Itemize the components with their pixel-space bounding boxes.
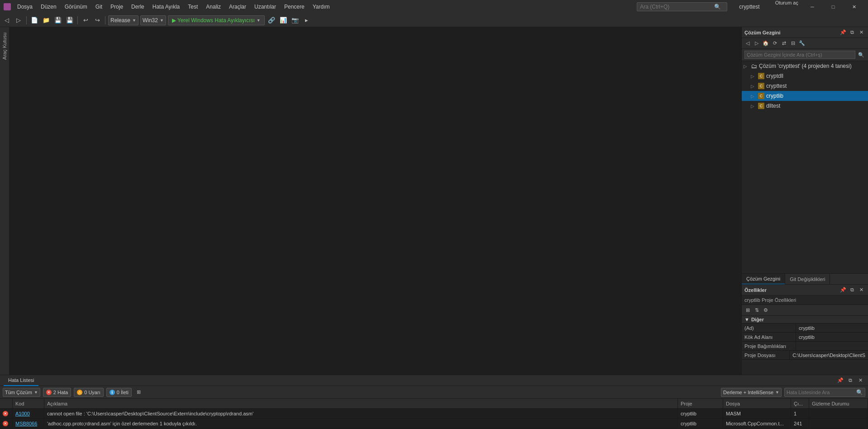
title-search-input[interactable] [640,4,712,10]
open-file-button[interactable]: 📁 [41,15,51,25]
col-header-proj[interactable]: Proje [678,399,723,408]
build-dropdown[interactable]: Derleme + IntelliSense ▼ [721,388,782,397]
project-dlltest[interactable]: ▷ C dlltest [742,101,868,111]
menu-yardim[interactable]: Yardım [309,2,334,12]
back-button[interactable]: ◁ [2,15,12,25]
prop-close-btn[interactable]: ✕ [857,286,865,294]
new-file-button[interactable]: 📄 [29,15,39,25]
info-count-badge[interactable]: ℹ 0 İleti [106,388,132,397]
se-tab-git[interactable]: Git Değişiklikleri [785,274,830,285]
prop-header-icons: 📌 ⧉ ✕ [839,286,865,294]
platform-dropdown[interactable]: Win32 ▼ [140,15,166,25]
error-row-0-code: A1000 [13,409,44,418]
se-tab-explorer[interactable]: Çözüm Gezgini [742,274,785,285]
warning-count-badge[interactable]: ⚠ 0 Uyarı [74,388,103,397]
menu-git[interactable]: Git [92,2,106,12]
menu-dosya[interactable]: Dosya [14,2,36,12]
save-all-button[interactable]: 💾 [65,15,75,25]
prop-value-file: C:\Users\casper\Desktop\ClientS [790,351,868,359]
extra-btn1[interactable]: 📷 [290,15,300,25]
prop-row-namespace: Kök Ad Alanı cryptlib [742,333,868,342]
toolbox-strip: Araç Kutusu [0,27,9,375]
run-button[interactable]: ▶ Yerel Windows Hata Ayıklayıcısı ▼ [168,15,265,25]
menu-gorunum[interactable]: Görünüm [61,2,91,12]
user-label[interactable]: Oturum aç [772,0,802,14]
col-header-desc[interactable]: Açıklama [44,399,678,408]
se-refresh-btn[interactable]: ⟳ [771,39,779,48]
dlltest-icon: C [758,103,764,109]
cryptlib-icon: C [758,93,764,99]
error-list-pin-btn[interactable]: 📌 [836,377,844,385]
error-row-1-code-link[interactable]: MSB8066 [15,421,37,426]
error-filter-btn[interactable]: ⊞ [134,388,143,396]
se-back-btn[interactable]: ◁ [744,39,752,48]
error-toolbar: Tüm Çözüm ▼ ✕ 2 Hata ⚠ 0 Uyarı ℹ 0 İleti… [0,386,868,399]
properties-title: Özellikler [744,287,767,293]
perf-button[interactable]: 📊 [278,15,288,25]
se-filter-btn[interactable]: 🔧 [798,39,806,48]
project-cryptlib[interactable]: ▷ C cryptlib [742,91,868,101]
error-row-1-desc: 'adhoc.cpp.proto;rdrand.asm' için özel d… [44,419,678,428]
se-close-button[interactable]: ✕ [857,29,865,37]
prop-config-btn[interactable]: ⚙ [762,306,770,315]
se-pin-button[interactable]: 📌 [839,29,847,37]
col-header-line[interactable]: Çı... [791,399,809,408]
editor-area[interactable] [9,27,741,375]
menu-araclar[interactable]: Araçlar [225,2,250,12]
se-collapse-btn[interactable]: ⊟ [789,39,797,48]
error-search-input[interactable] [787,390,854,395]
attach-button[interactable]: 🔗 [267,15,277,25]
error-row-0-file: MASM [723,409,791,418]
close-button[interactable]: ✕ [844,0,864,14]
error-list-tab[interactable]: Hata Listesi [4,375,38,386]
error-list-close-btn[interactable]: ✕ [856,377,864,385]
error-count-badge[interactable]: ✕ 2 Hata [43,388,71,397]
error-scope-dropdown[interactable]: Tüm Çözüm ▼ [3,388,40,397]
menu-pencere[interactable]: Pencere [281,2,308,12]
minimize-button[interactable]: ─ [802,0,823,14]
prop-pin-btn[interactable]: 📌 [839,286,847,294]
menu-test[interactable]: Test [184,2,201,12]
save-button[interactable]: 💾 [53,15,63,25]
project-cryptdll[interactable]: ▷ C cryptdll [742,71,868,81]
error-list-float-btn[interactable]: ⧉ [846,377,854,385]
menu-derle[interactable]: Derle [128,2,148,12]
col-header-file[interactable]: Dosya [723,399,791,408]
forward-button[interactable]: ▷ [14,15,24,25]
col-header-hide[interactable]: Gizleme Durumu [809,399,868,408]
redo-button[interactable]: ↪ [92,15,102,25]
error-row-0[interactable]: ✕ A1000 cannot open file : 'C:\Users\cas… [0,409,868,419]
se-float-button[interactable]: ⧉ [848,29,856,37]
se-sync-btn[interactable]: ⇄ [780,39,788,48]
prop-category-label: Diğer [751,317,764,322]
menu-hata-ayikla[interactable]: Hata Ayıkla [149,2,183,12]
config-dropdown[interactable]: Release ▼ [108,15,138,25]
col-header-code[interactable]: Kod [13,399,44,408]
menu-proje[interactable]: Proje [107,2,127,12]
error-search-box[interactable]: 🔍 [784,388,865,397]
title-search-box[interactable]: 🔍 [637,2,727,11]
maximize-button[interactable]: □ [823,0,844,14]
se-header-icons: 📌 ⧉ ✕ [839,29,865,37]
info-count-label: 0 İleti [117,390,129,395]
error-scope-label: Tüm Çözüm [5,390,32,395]
project-crypttest[interactable]: ▷ C crypttest [742,81,868,91]
prop-sort-btn[interactable]: ⇅ [753,306,761,315]
extra-btn2[interactable]: ▸ [302,15,312,25]
se-home-btn[interactable]: 🏠 [762,39,770,48]
se-search-icon-btn[interactable]: 🔍 [857,51,865,59]
cryptdll-label: cryptdll [766,73,783,79]
se-forward-btn[interactable]: ▷ [753,39,761,48]
toolbar-sep-1 [26,16,27,24]
se-search-input[interactable] [744,51,855,59]
error-row-0-code-link[interactable]: A1000 [15,411,30,416]
toolbox-label[interactable]: Araç Kutusu [1,29,8,63]
undo-button[interactable]: ↩ [81,15,91,25]
error-row-1[interactable]: ✕ MSB8066 'adhoc.cpp.proto;rdrand.asm' i… [0,419,868,429]
solution-root-item[interactable]: ▷ 🗂 Çözüm 'crypttest' (4 projeden 4 tane… [742,61,868,71]
prop-float-btn[interactable]: ⧉ [848,286,856,294]
menu-analiz[interactable]: Analiz [202,2,224,12]
menu-duzen[interactable]: Düzen [37,2,60,12]
menu-uzantilar[interactable]: Uzantılar [251,2,280,12]
prop-grid-btn[interactable]: ⊞ [744,306,752,315]
